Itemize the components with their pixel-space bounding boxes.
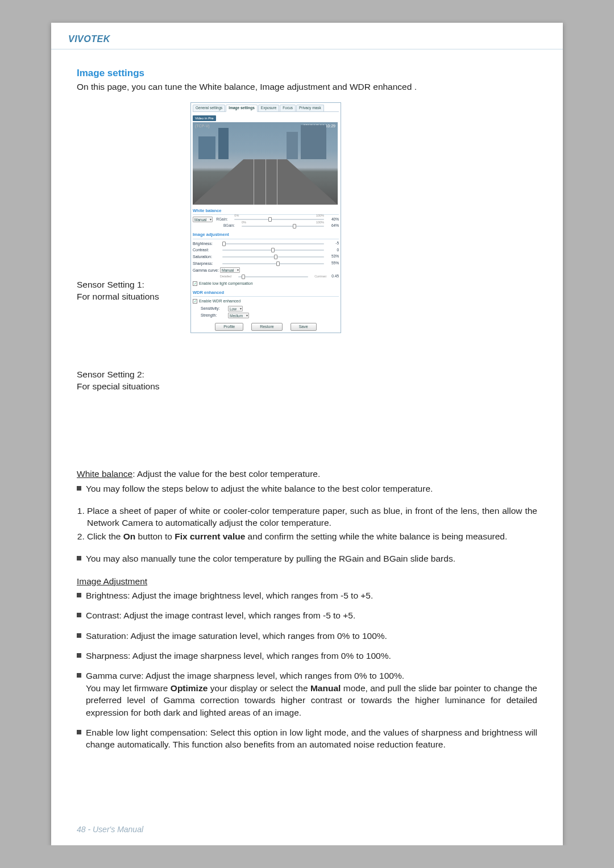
tab-focus[interactable]: Focus	[280, 105, 296, 111]
button-row: Profile Restore Save	[193, 323, 339, 331]
preview-mode-badge: Video in Pre	[193, 115, 216, 121]
adj-title-underline: Image Adjustment	[77, 575, 537, 587]
wb-steps: Place a sheet of paper of white or coole…	[77, 505, 537, 542]
rgain-slider[interactable]: 0% 100%	[234, 217, 324, 222]
saturation-slider[interactable]	[222, 255, 324, 259]
wdr-str-label: Strength:	[201, 313, 228, 318]
wdr-sens-label: Sensitivity:	[201, 306, 228, 312]
camera-name: (TCP-V)	[195, 123, 210, 129]
wdr-enable-row[interactable]: ✓ Enable WDR enhanced	[193, 298, 339, 304]
bullet-icon	[77, 633, 81, 638]
lowlight-bullet: Enable low light compensation: Select th…	[77, 726, 537, 751]
gamma-right-label: Contrast	[310, 275, 326, 279]
brightness-slider[interactable]	[222, 242, 324, 246]
contrast-bullet: Contrast: Adjust the image contrast leve…	[77, 609, 537, 621]
bullet-icon	[77, 673, 81, 678]
gamma-label: Gamma curve:	[193, 268, 220, 273]
restore-button[interactable]: Restore	[251, 323, 283, 331]
sensor1-sub: For normal situations	[77, 290, 190, 302]
contrast-label: Contrast:	[193, 247, 220, 253]
tab-privacy-mask[interactable]: Privacy mask	[296, 105, 324, 111]
video-preview: (TCP-V) 2012/4/5 16:10:29	[193, 122, 338, 205]
lowlight-checkbox[interactable]: ✓	[193, 281, 197, 286]
saturation-value: 53%	[326, 254, 339, 259]
sharpness-bullet: Sharpness: Adjust the image sharpness le…	[77, 650, 537, 662]
wdr-section-header: WDR enhanced	[193, 290, 339, 297]
bullet-icon	[77, 486, 81, 491]
saturation-bullet: Saturation: Adjust the image saturation …	[77, 630, 537, 642]
settings-panel: General settings Image settings Exposure…	[190, 102, 341, 333]
gamma-bullet: Gamma curve: Adjust the image sharpness …	[77, 670, 537, 719]
brand-logo: VIVOTEK	[68, 34, 546, 44]
wb-title-underline: White balance	[77, 469, 132, 479]
sensor1-title: Sensor Setting 1:	[77, 279, 190, 290]
bgain-label: BGain:	[223, 223, 239, 229]
header: VIVOTEK	[51, 34, 563, 44]
sharpness-value: 55%	[326, 261, 339, 266]
tab-bar: General settings Image settings Exposure…	[193, 105, 339, 112]
brightness-bullet: Brightness: Adjust the image brightness …	[77, 589, 537, 601]
intro-text: On this page, you can tune the White bal…	[77, 81, 537, 93]
wdr-checkbox[interactable]: ✓	[193, 299, 197, 304]
bullet-icon	[77, 653, 81, 658]
tab-image-settings[interactable]: Image settings	[226, 105, 258, 112]
bgain-slider[interactable]: 0% 100%	[242, 224, 324, 229]
figure-block: Sensor Setting 1: For normal situations …	[77, 102, 537, 458]
profile-button[interactable]: Profile	[215, 323, 243, 331]
lowlight-row[interactable]: ✓ Enable low light compensation	[193, 281, 339, 286]
sharpness-slider[interactable]	[222, 261, 324, 266]
brightness-value: -5	[326, 241, 339, 246]
page-footer: 48 - User's Manual	[77, 825, 143, 834]
wdr-sens-select[interactable]: Low	[228, 306, 243, 312]
contrast-slider[interactable]	[222, 248, 324, 252]
sharpness-label: Sharpness:	[193, 261, 220, 267]
brightness-label: Brightness:	[193, 241, 220, 247]
save-button[interactable]: Save	[291, 323, 317, 331]
video-preview-area: Video in Pre (TCP-V) 2012/4/5 16:10:29	[193, 115, 339, 205]
figure-side-labels: Sensor Setting 1: For normal situations …	[77, 102, 190, 458]
saturation-label: Saturation:	[193, 254, 220, 260]
section-title: Image settings	[77, 67, 537, 80]
manual-page: VIVOTEK Image settings On this page, you…	[51, 23, 563, 845]
gamma-mode-select[interactable]: Manual	[220, 267, 240, 273]
wdr-str-select[interactable]: Medium	[228, 313, 249, 318]
adj-section-header: Image adjustment	[193, 232, 339, 239]
wb-bullet-1: You may follow the steps below to adjust…	[77, 483, 537, 495]
contrast-value: 0	[326, 248, 339, 253]
rgain-label: RGain:	[216, 217, 232, 222]
bgain-row: BGain: 0% 100% 64%	[193, 223, 339, 229]
gamma-left-label: Detailed	[220, 275, 236, 279]
gamma-slider[interactable]	[238, 275, 308, 279]
rgain-value: 40%	[326, 217, 339, 222]
wb-mode-select[interactable]: Manual	[193, 217, 213, 222]
lowlight-label: Enable low light compensation	[199, 281, 253, 286]
wdr-enable-label: Enable WDR enhanced	[199, 298, 240, 304]
sensor-setting-1-label: Sensor Setting 1: For normal situations	[77, 279, 190, 303]
bullet-icon	[77, 730, 81, 734]
wb-step-1: Place a sheet of paper of white or coole…	[87, 505, 537, 529]
sensor-setting-2-label: Sensor Setting 2: For special situations	[77, 368, 190, 393]
content-area: Image settings On this page, you can tun…	[51, 67, 563, 751]
bullet-icon	[77, 556, 81, 560]
sensor2-title: Sensor Setting 2:	[77, 368, 190, 380]
bgain-value: 64%	[326, 223, 339, 229]
wb-bullet-manual: You may also manually tune the color tem…	[77, 553, 537, 564]
wb-step-2: Click the On button to Fix current value…	[87, 530, 537, 542]
bullet-icon	[77, 613, 81, 617]
gamma-value: 0.45	[326, 274, 339, 279]
tab-exposure[interactable]: Exposure	[258, 105, 279, 111]
tab-general[interactable]: General settings	[193, 105, 225, 111]
sensor2-sub: For special situations	[77, 380, 190, 392]
header-divider	[51, 49, 563, 49]
wb-paragraph: White balance: Adjust the value for the …	[77, 468, 537, 480]
bullet-icon	[77, 593, 81, 597]
